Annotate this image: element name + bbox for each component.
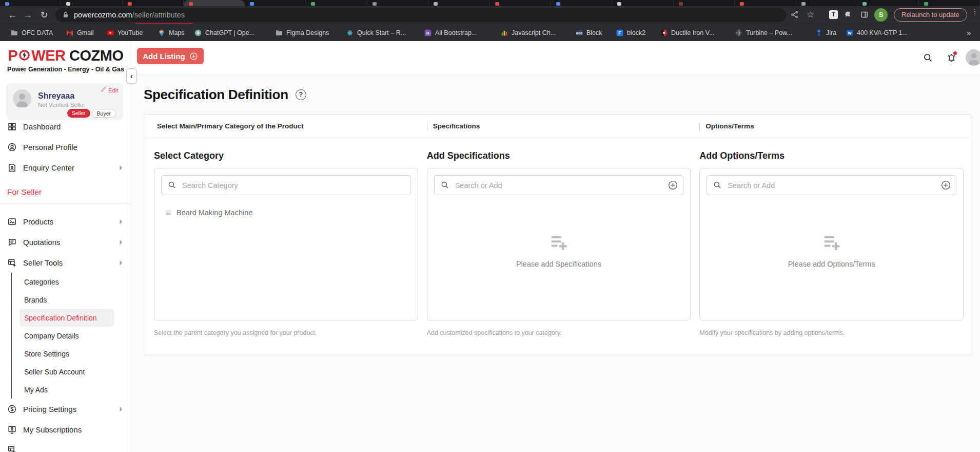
browser-tab[interactable] <box>428 0 489 6</box>
sidebar-item-pricing-settings[interactable]: Pricing Settings› <box>0 399 131 419</box>
sidebar-item-my-subscriptions[interactable]: My Subscriptions <box>0 419 131 440</box>
sidebar-subitem-brands[interactable]: Brands <box>19 291 114 309</box>
logo-power-rest: WER <box>31 47 65 64</box>
browser-tab-active[interactable] <box>184 0 244 6</box>
profile-card: Shreyaaa Not Verified Seller Edit Seller… <box>6 83 123 120</box>
bookmark-item[interactable]: Ductile Iron V... <box>660 28 714 38</box>
bookmark-item[interactable]: Turbine – Pow... <box>735 28 792 38</box>
bookmarks-overflow-chevron[interactable]: » <box>967 28 971 37</box>
relaunch-to-update-button[interactable]: Relaunch to update <box>894 8 967 22</box>
browser-tab[interactable] <box>245 0 306 6</box>
browser-tab[interactable] <box>490 0 551 6</box>
header-user-avatar[interactable] <box>966 49 980 66</box>
chevron-right-icon: › <box>119 216 122 227</box>
browser-menu-icon[interactable]: ⋮ <box>971 10 976 13</box>
options-panel: Please add Options/Terms <box>699 168 964 321</box>
bookmark-item[interactable]: MDBBlock <box>575 28 602 38</box>
tab-favicon-icon <box>66 2 70 6</box>
browser-tab[interactable] <box>612 0 673 6</box>
browser-tab[interactable] <box>123 0 184 6</box>
browser-tab[interactable] <box>551 0 612 6</box>
notification-bell-icon[interactable] <box>946 52 957 64</box>
browser-tab[interactable] <box>61 0 122 6</box>
bookmark-item[interactable]: Quick Start – R... <box>346 28 406 38</box>
sidebar-subitem-company-details[interactable]: Company Details <box>19 327 114 345</box>
tab-favicon-icon <box>250 2 254 6</box>
browser-tab[interactable] <box>0 0 61 6</box>
dashboard-icon <box>7 122 17 131</box>
sidebar-item-seller-tools[interactable]: Seller Tools› <box>0 252 131 273</box>
sidebar-subitem-store-settings[interactable]: Store Settings <box>19 345 114 363</box>
browser-tab[interactable] <box>367 0 428 6</box>
help-icon[interactable]: ? <box>296 89 306 100</box>
header-search-icon[interactable] <box>923 52 934 64</box>
profile-edit-link[interactable]: Edit <box>101 87 118 93</box>
browser-tab[interactable] <box>857 0 918 6</box>
tab-favicon-icon <box>801 2 806 6</box>
back-button-icon[interactable]: ← <box>5 8 19 22</box>
bookmark-star-icon[interactable]: ☆ <box>807 10 817 20</box>
bookmark-item[interactable]: Jira <box>815 28 836 38</box>
browser-tab[interactable] <box>796 0 857 6</box>
search-or-add-options-input[interactable] <box>707 175 956 195</box>
side-panel-icon[interactable] <box>860 10 870 20</box>
chatgpt-icon <box>194 29 202 37</box>
browser-tab-strip[interactable] <box>0 0 980 6</box>
mdb-icon: MDB <box>575 29 583 37</box>
sidebar-item-label: My Subscriptions <box>23 425 82 434</box>
bookmark-item[interactable]: Gmail <box>66 28 94 38</box>
sidebar-subitem-categories[interactable]: Categories <box>19 273 114 291</box>
add-option-plus-icon[interactable] <box>940 180 951 191</box>
search-icon <box>167 180 177 190</box>
sidebar-item-label: Personal Profile <box>23 143 77 152</box>
sidebar-item-enquiry-center[interactable]: Enquiry Center› <box>0 157 131 178</box>
powercozmo-logo[interactable]: PWER COZMO Power Generation - Energy - O… <box>0 47 131 73</box>
sidebar-subitem-specification-definition[interactable]: Specification Definition <box>19 309 114 327</box>
sidebar-collapse-button[interactable]: ‹ <box>126 68 137 84</box>
extensions-puzzle-icon[interactable] <box>844 10 854 20</box>
sidebar-subitem-my-ads[interactable]: My Ads <box>19 381 114 399</box>
share-icon[interactable] <box>790 10 800 20</box>
browser-tab[interactable] <box>674 0 735 6</box>
specifications-caption: Add customized specifications to your ca… <box>427 329 691 336</box>
notification-badge <box>953 51 957 55</box>
power-symbol-icon <box>18 48 31 61</box>
reload-button-icon[interactable]: ↻ <box>37 8 51 22</box>
quotations-icon <box>7 237 17 247</box>
bookmark-item[interactable]: YouTube <box>106 28 143 38</box>
svg-text:W: W <box>848 31 852 35</box>
browser-tab[interactable] <box>735 0 796 6</box>
logo-power-p: P <box>8 47 17 64</box>
forward-button-icon[interactable]: → <box>21 8 35 22</box>
spacer <box>0 204 131 211</box>
plus-circle-icon <box>189 52 198 61</box>
browser-tab[interactable] <box>306 0 367 6</box>
sidebar-subitem-seller-sub-account[interactable]: Seller Sub Account <box>19 363 114 381</box>
specifications-panel: Please add Specifications <box>427 168 691 321</box>
bookmark-item[interactable]: Figma Designs <box>275 28 329 38</box>
add-specification-plus-icon[interactable] <box>668 180 678 191</box>
search-or-add-specifications-input[interactable] <box>434 175 684 195</box>
browser-tab[interactable] <box>919 0 980 6</box>
logo-tagline: Power Generation - Energy - Oil & Gas <box>0 66 131 73</box>
profile-avatar[interactable] <box>13 89 31 108</box>
bookmark-item[interactable]: OFC DATA <box>10 28 53 38</box>
extension-t-icon[interactable]: T <box>829 10 838 19</box>
address-bar[interactable]: powercozmo.com/seller/attributes <box>55 8 786 22</box>
add-listing-button[interactable]: Add Listing <box>137 48 204 64</box>
sidebar-item-dashboard[interactable]: Dashboard <box>0 116 131 137</box>
sidebar-item-label: Quotations <box>23 238 61 247</box>
category-list-item[interactable]: Board Making Machine <box>165 209 418 217</box>
bookmark-item[interactable]: Javascript Ch... <box>500 28 556 38</box>
sidebar-item-quotations[interactable]: Quotations› <box>0 232 131 252</box>
bookmark-item[interactable]: ChatGPT | Ope... <box>194 28 254 38</box>
bookmark-item[interactable]: W400 KVA-GTP 1... <box>846 28 908 38</box>
bookmark-item[interactable]: Fblock2 <box>616 28 645 38</box>
search-category-input[interactable] <box>161 175 411 195</box>
bookmark-item[interactable]: BAll Bootstrap... <box>424 28 477 38</box>
browser-profile-avatar[interactable]: S <box>874 8 888 22</box>
sidebar-item-products[interactable]: Products› <box>0 211 131 232</box>
bookmark-item[interactable]: Maps <box>158 28 185 38</box>
pricing-icon <box>7 404 17 414</box>
sidebar-item-personal-profile[interactable]: Personal Profile <box>0 137 131 157</box>
